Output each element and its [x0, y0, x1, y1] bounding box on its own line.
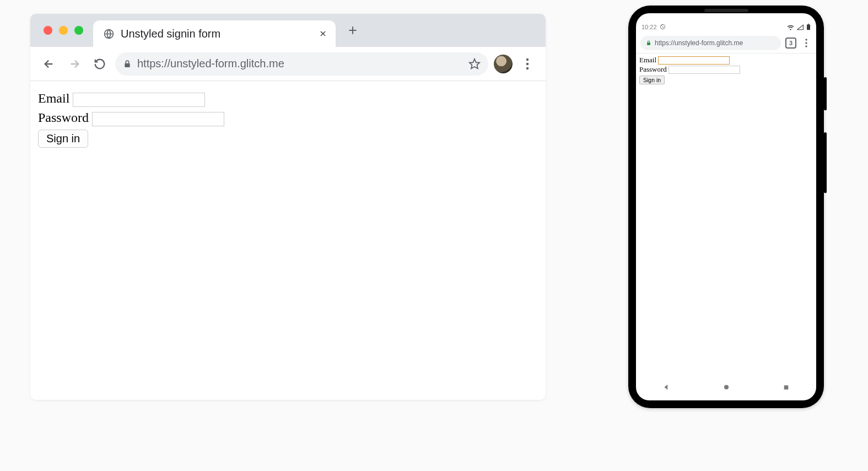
phone-volume-button [824, 132, 827, 193]
phone-recent-button[interactable] [780, 381, 792, 393]
phone-nav-bar [636, 374, 816, 400]
reload-button[interactable] [90, 54, 110, 74]
svg-rect-9 [647, 42, 650, 45]
window-close-icon[interactable] [44, 26, 52, 35]
tab-strip: Unstyled signin form [30, 14, 546, 47]
phone-signin-button[interactable]: Sign in [639, 76, 665, 84]
tab-close-icon[interactable] [317, 28, 329, 40]
phone-back-button[interactable] [660, 381, 672, 393]
new-tab-button[interactable] [343, 21, 362, 40]
desktop-browser-window: Unstyled signin form https://unstyled-fo… [30, 14, 546, 400]
svg-point-12 [805, 45, 807, 47]
browser-menu-button[interactable] [518, 58, 537, 70]
phone-address-bar[interactable]: https://unstyled-form.glitch.me [640, 36, 781, 50]
svg-rect-8 [808, 24, 809, 25]
phone-url-text: https://unstyled-form.glitch.me [655, 39, 743, 47]
lock-icon [123, 60, 132, 68]
svg-point-13 [724, 385, 728, 389]
svg-point-10 [805, 39, 807, 40]
phone-power-button [824, 77, 827, 110]
svg-rect-1 [125, 63, 130, 67]
phone-email-label: Email [639, 56, 656, 65]
phone-device-frame: 10:22 [628, 6, 824, 408]
svg-rect-14 [784, 385, 789, 389]
profile-avatar[interactable] [494, 55, 513, 73]
window-minimize-icon[interactable] [59, 26, 68, 35]
browser-toolbar: https://unstyled-form.glitch.me [30, 47, 546, 81]
page-content: Email Password Sign in [30, 81, 546, 400]
phone-speaker [704, 9, 748, 12]
phone-password-label: Password [639, 65, 667, 74]
svg-point-3 [526, 58, 529, 61]
phone-home-button[interactable] [720, 381, 732, 393]
phone-password-input[interactable] [668, 66, 740, 74]
svg-rect-7 [807, 25, 810, 30]
url-text: https://unstyled-form.glitch.me [137, 57, 463, 70]
svg-point-5 [526, 67, 529, 69]
window-controls [44, 26, 83, 35]
no-entry-icon [660, 24, 666, 31]
forward-button[interactable] [64, 54, 84, 74]
svg-point-11 [805, 42, 807, 44]
browser-tab[interactable]: Unstyled signin form [93, 20, 336, 47]
signin-button[interactable]: Sign in [38, 130, 88, 148]
phone-page-content: Email Password Sign in [636, 53, 816, 374]
signal-icon [797, 24, 804, 30]
password-input[interactable] [92, 112, 224, 126]
phone-url-bar: https://unstyled-form.glitch.me 3 [636, 33, 816, 53]
phone-menu-button[interactable] [801, 39, 812, 47]
address-bar[interactable]: https://unstyled-form.glitch.me [115, 52, 488, 76]
tab-title: Unstyled signin form [121, 28, 310, 40]
globe-icon [103, 28, 114, 39]
bookmark-star-icon[interactable] [468, 58, 481, 70]
password-label: Password [38, 110, 89, 125]
battery-icon [806, 24, 811, 30]
email-input[interactable] [73, 93, 205, 107]
phone-screen: 10:22 [636, 13, 816, 400]
svg-point-4 [526, 62, 529, 65]
svg-marker-2 [470, 58, 479, 68]
window-zoom-icon[interactable] [74, 26, 83, 35]
phone-status-bar: 10:22 [636, 21, 816, 33]
email-label: Email [38, 91, 69, 105]
phone-email-input[interactable] [658, 56, 730, 65]
status-time: 10:22 [641, 24, 657, 30]
phone-lock-icon [646, 40, 651, 46]
phone-tabs-button[interactable]: 3 [785, 38, 796, 49]
back-button[interactable] [39, 54, 59, 74]
wifi-icon [787, 24, 794, 30]
phone-tab-count: 3 [789, 40, 792, 46]
